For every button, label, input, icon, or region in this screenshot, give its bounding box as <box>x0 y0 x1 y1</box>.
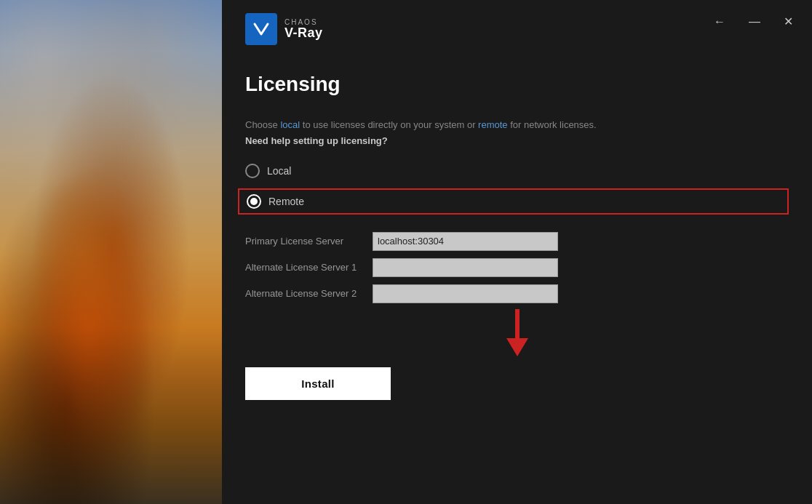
primary-server-input[interactable] <box>373 232 558 251</box>
header: chaos V-Ray ← — ✕ <box>222 0 812 58</box>
description-text: Choose local to use licenses directly on… <box>245 118 789 132</box>
installer-panel: chaos V-Ray ← — ✕ Licensing Choose local… <box>222 0 812 504</box>
alternate2-input[interactable] <box>373 284 558 303</box>
back-button[interactable]: ← <box>709 13 730 31</box>
alternate1-label: Alternate License Server 1 <box>245 262 373 273</box>
form-row-alternate1: Alternate License Server 1 <box>245 258 789 277</box>
remote-link[interactable]: remote <box>478 119 507 130</box>
main-content: Licensing Choose local to use licenses d… <box>222 58 812 415</box>
radio-circle-remote <box>247 194 261 209</box>
radio-option-local[interactable]: Local <box>245 164 789 178</box>
radio-option-remote[interactable]: Remote <box>238 188 789 215</box>
background-image-panel <box>0 0 222 504</box>
radio-group: Local Remote <box>245 164 789 215</box>
down-arrow-icon <box>503 309 532 360</box>
install-section: Install <box>245 367 789 400</box>
close-button[interactable]: ✕ <box>779 13 797 31</box>
logo-text: chaos V-Ray <box>284 18 323 41</box>
primary-server-label: Primary License Server <box>245 236 373 247</box>
help-text: Need help setting up licensing? <box>245 135 789 146</box>
install-button[interactable]: Install <box>245 367 391 400</box>
page-title: Licensing <box>245 73 789 96</box>
radio-inner-remote <box>250 198 258 205</box>
radio-label-remote: Remote <box>268 196 304 207</box>
vray-logo-icon <box>245 13 277 45</box>
local-link[interactable]: local <box>280 119 300 130</box>
vray-label: V-Ray <box>284 26 323 41</box>
window-controls: ← — ✕ <box>709 13 797 31</box>
alternate1-input[interactable] <box>373 258 558 277</box>
radio-label-local: Local <box>267 165 291 177</box>
arrow-container <box>245 316 789 367</box>
minimize-button[interactable]: — <box>744 13 765 31</box>
form-row-primary: Primary License Server <box>245 232 789 251</box>
form-section: Primary License Server Alternate License… <box>245 232 789 303</box>
form-row-alternate2: Alternate License Server 2 <box>245 284 789 303</box>
bottom-section: Install <box>245 316 789 400</box>
alternate2-label: Alternate License Server 2 <box>245 288 373 299</box>
svg-marker-1 <box>506 338 528 356</box>
radio-circle-local <box>245 164 260 178</box>
logo: chaos V-Ray <box>245 13 323 45</box>
chaos-label: chaos <box>284 18 323 26</box>
